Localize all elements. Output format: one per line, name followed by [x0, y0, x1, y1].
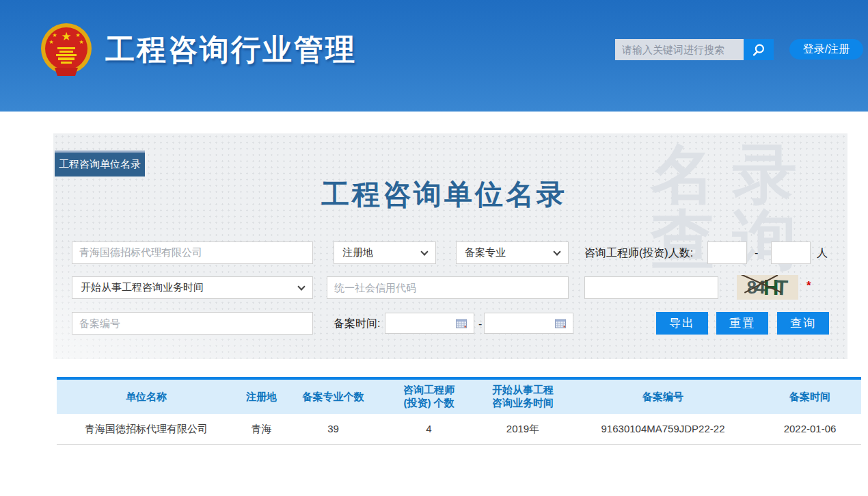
engineer-count-separator: - [755, 242, 758, 264]
cell-start-time: 2019年 [478, 414, 567, 444]
record-time-start-input[interactable] [385, 313, 474, 334]
col-header-record-time: 备案时间 [759, 380, 861, 414]
cell-unit-name: 青海国德招标代理有限公司 [57, 414, 236, 444]
col-header-specialty-count: 备案专业个数 [287, 380, 379, 414]
col-header-engineer-count: 咨询工程师 (投资) 个数 [379, 380, 478, 414]
login-register-button[interactable]: 登录/注册 [789, 39, 863, 60]
record-time-separator: - [478, 313, 482, 335]
record-specialty-value: 备案专业 [465, 246, 506, 259]
panel-decor-sheen [53, 250, 340, 359]
cell-record-no: 91630104MA759JDP22-22 [567, 414, 759, 444]
col-header-unit-name: 单位名称 [57, 380, 236, 414]
svg-text:★: ★ [52, 32, 57, 38]
registration-place-value: 注册地 [342, 246, 373, 259]
company-name-input[interactable] [72, 242, 313, 264]
start-business-time-value: 开始从事工程咨询业务时间 [81, 281, 204, 294]
col-header-start-time: 开始从事工程 咨询业务时间 [478, 380, 567, 414]
table-row[interactable]: 青海国德招标代理有限公司 青海 39 4 2019年 91630104MA759… [57, 414, 861, 445]
captcha-char: T [775, 276, 789, 298]
record-specialty-select[interactable]: 备案专业 [456, 242, 569, 264]
cell-reg-place: 青海 [236, 414, 287, 444]
cell-record-time: 2022-01-06 [759, 414, 861, 444]
chevron-down-icon [420, 248, 428, 255]
cell-engineer-count: 4 [379, 414, 478, 444]
reset-button[interactable]: 重置 [716, 312, 768, 335]
directory-search-panel: 名录 查询 工程咨询单位名录 工程咨询单位名录 注册地 备案专业 咨询工程师(投… [53, 133, 847, 359]
col-header-reg-place: 注册地 [236, 380, 287, 414]
record-number-input[interactable] [72, 312, 313, 335]
col-header-record-no: 备案编号 [567, 380, 759, 414]
page-title: 工程咨询单位名录 [321, 176, 567, 213]
tab-consulting-unit-directory[interactable]: 工程咨询单位名录 [55, 151, 145, 177]
keyword-search-input[interactable] [615, 39, 744, 60]
national-emblem-logo: ★ ★ ★ ★ ★ [40, 23, 93, 79]
svg-text:★: ★ [61, 29, 71, 43]
required-asterisk: * [806, 279, 811, 293]
svg-text:★: ★ [75, 32, 80, 38]
site-header: ★ ★ ★ ★ ★ 工程咨询行业管理 登录/注册 [0, 0, 868, 112]
chevron-down-icon [553, 248, 560, 255]
export-button[interactable]: 导出 [656, 312, 708, 335]
captcha-image[interactable]: 8 4 H T [737, 275, 798, 300]
record-time-end-input[interactable] [484, 313, 573, 334]
query-button[interactable]: 查询 [777, 312, 829, 335]
results-table: 单位名称 注册地 备案专业个数 咨询工程师 (投资) 个数 开始从事工程 咨询业… [57, 377, 861, 445]
record-time-label: 备案时间: [334, 312, 380, 335]
credit-code-input[interactable] [327, 276, 569, 299]
engineer-count-label: 咨询工程师(投资)人数: [584, 242, 693, 264]
search-icon [751, 42, 766, 57]
site-title: 工程咨询行业管理 [105, 30, 357, 70]
chevron-down-icon [297, 283, 305, 290]
cell-specialty-count: 39 [287, 414, 379, 444]
calendar-icon [555, 319, 566, 328]
captcha-input[interactable] [584, 276, 718, 299]
search-button[interactable] [744, 39, 774, 60]
engineer-count-max-input[interactable] [771, 242, 811, 264]
table-header-row: 单位名称 注册地 备案专业个数 咨询工程师 (投资) 个数 开始从事工程 咨询业… [57, 380, 861, 414]
calendar-icon [456, 319, 467, 328]
start-business-time-select[interactable]: 开始从事工程咨询业务时间 [72, 276, 313, 299]
svg-text:★: ★ [49, 39, 53, 45]
engineer-count-min-input[interactable] [707, 242, 747, 264]
svg-text:★: ★ [79, 39, 83, 45]
engineer-count-unit: 人 [817, 242, 828, 264]
registration-place-select[interactable]: 注册地 [334, 242, 436, 264]
